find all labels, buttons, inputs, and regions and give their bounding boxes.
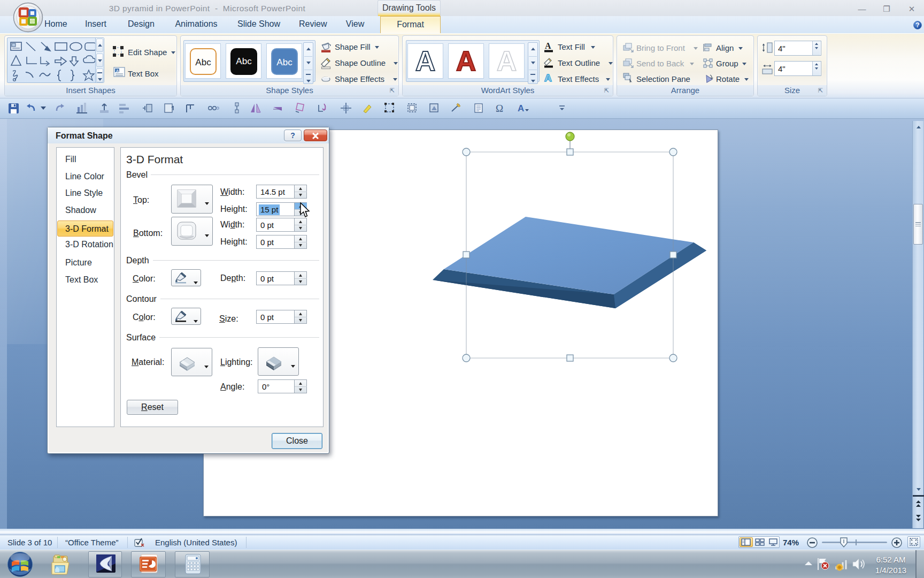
svg-text:A: A — [544, 72, 552, 83]
svg-text:Ω: Ω — [496, 103, 503, 114]
svg-text:A: A — [545, 41, 551, 50]
svg-text:A: A — [116, 69, 119, 73]
svg-text:A: A — [518, 103, 524, 113]
